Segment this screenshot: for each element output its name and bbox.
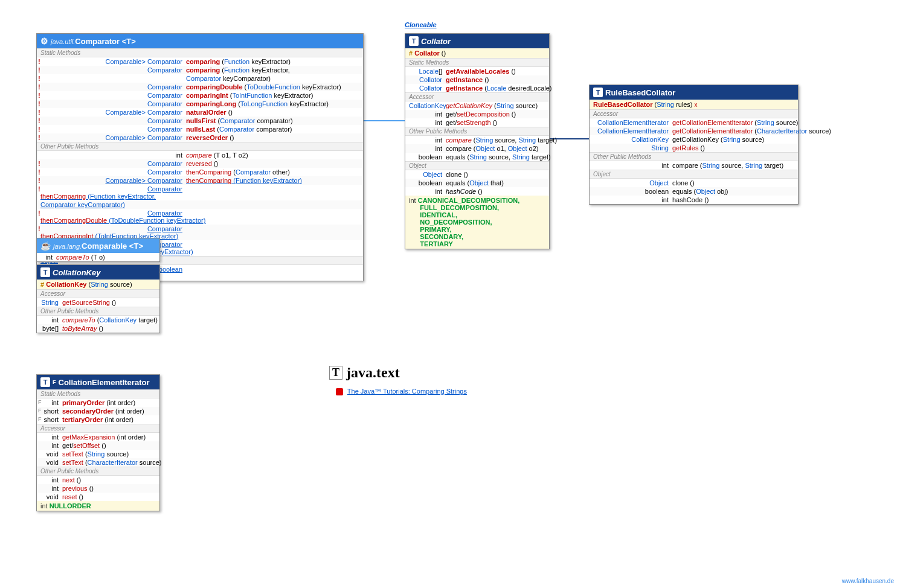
method-row: intcompareTo (CollationKey target) — [37, 316, 159, 324]
section-header: Other Public Methods — [590, 152, 798, 161]
oracle-icon — [336, 388, 343, 395]
section-header: Other Public Methods — [37, 467, 159, 476]
method-row: FintprimaryOrder (int order) — [37, 398, 159, 407]
method-row: Comparator keyComparator) — [37, 200, 363, 209]
method-row: intprevious () — [37, 484, 159, 493]
method-row: CollatorgetInstance (Locale desiredLocal… — [405, 84, 549, 92]
section-header: Static Methods — [405, 58, 549, 67]
abstract-class-icon: T — [409, 36, 419, 46]
rbc-constructor: RuleBasedCollator (String rules) x — [590, 100, 798, 109]
section-header: Other Public Methods — [37, 142, 363, 151]
method-row: intcompare (Object o1, Object o2) — [405, 144, 549, 153]
method-row: !ComparatorthenComparing (Comparator oth… — [37, 168, 363, 176]
tutorial-row: The Java™ Tutorials: Comparing Strings — [336, 388, 467, 395]
method-row: intgetMaxExpansion (int order) — [37, 433, 159, 441]
rulebasedcollator-class-box: T RuleBasedCollator RuleBasedCollator (S… — [589, 85, 799, 205]
method-row: inthashCode () — [590, 196, 798, 204]
ckey-header: T CollationKey — [37, 265, 159, 280]
method-row: !Comparable> ComparatornaturalOrder () — [37, 108, 363, 117]
package-icon: T — [329, 366, 342, 380]
footer-credit: www.falkhausen.de — [842, 578, 894, 584]
section-header: Other Public Methods — [405, 127, 549, 136]
method-row: !ComparatorthenComparingDouble (ToDouble… — [37, 209, 363, 225]
cei-constants: int NULLORDER — [37, 501, 159, 511]
method-row: CollationElementIteratorgetCollationElem… — [590, 118, 798, 127]
method-row: intnext () — [37, 476, 159, 484]
method-row: CollationKeygetCollationKey (String sour… — [590, 135, 798, 144]
method-row: intget/setOffset () — [37, 441, 159, 450]
comparable-header: ☕ java.lang.Comparable <T> — [37, 238, 159, 253]
method-row: FshorttertiaryOrder (int order) — [37, 415, 159, 424]
comparable-class-box: ☕ java.lang.Comparable <T> intcompareTo … — [36, 238, 160, 262]
method-row: !Comparable> ComparatorthenComparing (Fu… — [37, 176, 363, 185]
method-row: ! ComparatorcomparingInt (ToIntFunction … — [37, 91, 363, 100]
interface-icon: ☕ — [40, 241, 51, 251]
class-icon: T — [593, 88, 603, 97]
method-row: ! Comparatorcomparing (Function keyExtra… — [37, 66, 363, 74]
method-row: FshortsecondaryOrder (int order) — [37, 407, 159, 415]
comparator-header: ⚙ java.util.Comparator <T> — [37, 34, 363, 48]
cei-header: T F CollationElementIterator — [37, 375, 159, 389]
section-header: Object — [405, 161, 549, 170]
method-row: ! ComparatornullsFirst (Comparator compa… — [37, 117, 363, 125]
method-row: CollatorgetInstance () — [405, 75, 549, 84]
collator-class-box: T Collator # Collator () Static MethodsL… — [405, 33, 550, 249]
method-row: Objectclone () — [590, 179, 798, 187]
method-row: intget/setStrength () — [405, 118, 549, 127]
final-class-icon: T — [40, 377, 50, 387]
collationkey-class-box: T CollationKey # CollationKey (String so… — [36, 264, 160, 333]
package-title: Tjava.text — [329, 365, 400, 381]
method-row: booleanequals (String source, String tar… — [405, 153, 549, 161]
method-row: StringgetRules () — [590, 144, 798, 152]
ckey-constructor: # CollationKey (String source) — [37, 280, 159, 289]
method-row: voidsetText (CharacterIterator source) — [37, 458, 159, 467]
method-row: Locale[]getAvailableLocales () — [405, 67, 549, 75]
section-header: Accessor — [405, 92, 549, 101]
section-header: Accessor — [37, 289, 159, 298]
collationelementiterator-class-box: T F CollationElementIterator Static Meth… — [36, 374, 160, 511]
method-row: StringgetSourceString () — [37, 298, 159, 307]
method-row: intcompareTo (T o) — [37, 253, 159, 261]
method-row: CollationElementIteratorgetCollationElem… — [590, 127, 798, 135]
collator-header: T Collator — [405, 34, 549, 48]
section-header: Static Methods — [37, 389, 159, 398]
method-row: booleanequals (Object obj) — [590, 187, 798, 196]
method-row: intcompare (String source, String target… — [590, 161, 798, 170]
method-row: booleanequals (Object that) — [405, 179, 549, 187]
method-row: intget/setDecomposition () — [405, 110, 549, 118]
method-row: inthashCode () — [405, 187, 549, 196]
collator-constants: int CANONICAL_DECOMPOSITION, FULL_DECOMP… — [405, 196, 549, 249]
method-row: !Comparator keyComparator) — [37, 74, 363, 83]
section-header: Other Public Methods — [37, 307, 159, 316]
section-header: Accessor — [37, 424, 159, 433]
section-header: Object — [590, 170, 798, 179]
method-row: voidsetText (String source) — [37, 450, 159, 458]
method-row: !Comparable> Comparatorcomparing (Functi… — [37, 57, 363, 66]
method-row: intcompare (String source, String target… — [405, 136, 549, 144]
tutorial-link[interactable]: The Java™ Tutorials: Comparing Strings — [347, 388, 467, 395]
method-row: byte[]toByteArray () — [37, 324, 159, 333]
interface-icon: ⚙ — [40, 36, 48, 46]
method-row: CollationKeygetCollationKey (String sour… — [405, 101, 549, 110]
section-header: Static Methods — [37, 48, 363, 57]
method-row: ! ComparatornullsLast (Comparator compar… — [37, 125, 363, 133]
collator-constructor: # Collator () — [405, 48, 549, 58]
cloneable-link[interactable]: Cloneable — [405, 21, 437, 28]
abstract-class-icon: T — [40, 267, 50, 277]
method-row: !Comparatorreversed () — [37, 159, 363, 168]
method-row: ! ComparatorthenComparing (Function keyE… — [37, 185, 363, 200]
method-row: voidreset () — [37, 493, 159, 501]
method-row: ! ComparatorcomparingDouble (ToDoubleFun… — [37, 83, 363, 91]
section-header: Accessor — [590, 109, 798, 118]
rbc-header: T RuleBasedCollator — [590, 85, 798, 100]
method-row: ! ComparatorcomparingLong (ToLongFunctio… — [37, 100, 363, 108]
method-row: Objectclone () — [405, 170, 549, 179]
method-row: !Comparable> ComparatorreverseOrder () — [37, 133, 363, 142]
method-row: intcompare (T o1, T o2) — [37, 151, 363, 159]
